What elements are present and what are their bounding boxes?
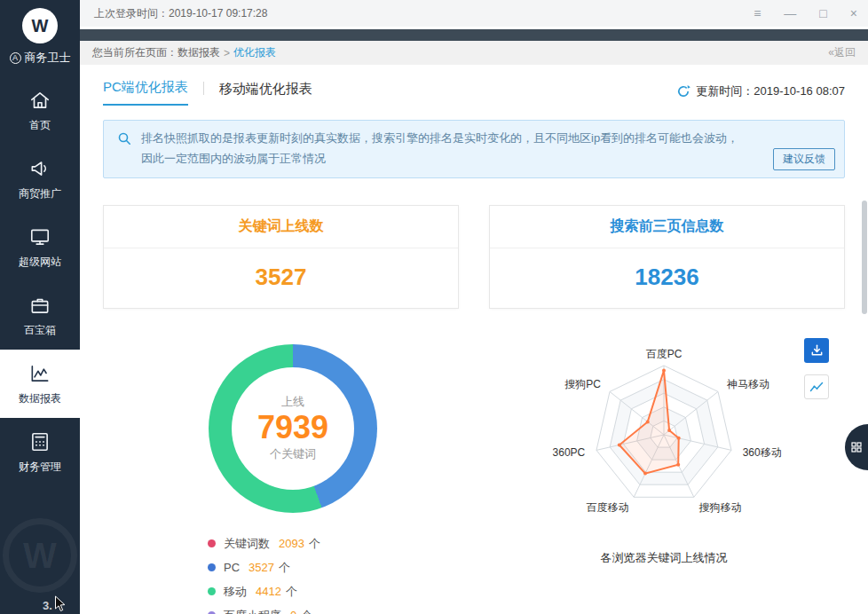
website-icon xyxy=(28,225,51,248)
window-controls: ≡ — □ × xyxy=(754,6,857,20)
stat-card-value: 18236 xyxy=(490,248,844,308)
maximize-icon[interactable]: □ xyxy=(819,6,826,20)
legend-dot xyxy=(208,563,216,571)
radar-chart-section: 百度PC神马移动360移动搜狗移动百度移动360PC搜狗PC 各浏览器关键词上线… xyxy=(483,344,845,614)
legend-dot xyxy=(208,587,216,595)
breadcrumb: 您当前所在页面：数据报表 > 优化报表 «返回 xyxy=(80,41,868,65)
sidebar: W A 商务卫士 首页商贸推广超级网站百宝箱数据报表财务管理 W 3. xyxy=(0,0,80,614)
sidebar-item-label: 首页 xyxy=(29,118,51,133)
donut-legend: 关键词数2093个PC3527个移动4412个百度小程序0个 xyxy=(208,536,483,614)
stat-cards: 关键词上线数3527搜索前三页信息数18236 xyxy=(103,205,845,309)
stat-card-title: 搜索前三页信息数 xyxy=(490,206,844,248)
sidebar-item-website[interactable]: 超级网站 xyxy=(0,213,80,281)
donut-chart-section: 上线 7939 个关键词 关键词数2093个PC3527个移动4412个百度小程… xyxy=(103,344,483,614)
legend-label: 关键词数 xyxy=(224,536,270,552)
svg-text:360移动: 360移动 xyxy=(743,446,782,459)
radar-chart: 百度PC神马移动360移动搜狗移动百度移动360PC搜狗PC xyxy=(483,344,845,545)
notice-text: 排名快照抓取的是报表更新时刻的真实数据，搜索引擎的排名是实时变化的，且不同地区i… xyxy=(141,131,738,165)
watermark-logo: W xyxy=(3,518,77,593)
finance-icon xyxy=(28,430,51,453)
sidebar-item-toolbox[interactable]: 百宝箱 xyxy=(0,281,80,350)
mouse-cursor xyxy=(54,595,66,612)
minimize-icon[interactable]: — xyxy=(784,6,796,20)
sidebar-nav: 首页商贸推广超级网站百宝箱数据报表财务管理 xyxy=(0,76,80,486)
notice-banner: 排名快照抓取的是报表更新时刻的真实数据，搜索引擎的排名是实时变化的，且不同地区i… xyxy=(103,120,845,178)
report-icon xyxy=(28,362,51,385)
search-icon xyxy=(117,131,131,146)
update-time: 更新时间：2019-10-16 08:07 xyxy=(676,83,845,106)
legend-item-1: 关键词数2093个 xyxy=(208,536,483,552)
svg-text:神马移动: 神马移动 xyxy=(726,378,769,390)
tab-mobile-report[interactable]: 移动端优化报表 xyxy=(219,81,312,106)
home-icon xyxy=(28,89,51,112)
donut-chart: 上线 7939 个关键词 xyxy=(209,344,377,513)
svg-text:百度移动: 百度移动 xyxy=(587,501,629,514)
svg-text:360PC: 360PC xyxy=(553,446,586,459)
chart-toolbox xyxy=(804,338,829,399)
breadcrumb-separator: > xyxy=(224,47,230,59)
report-tabs: PC端优化报表移动端优化报表 xyxy=(103,79,312,106)
sidebar-item-report[interactable]: 数据报表 xyxy=(0,350,80,418)
app-logo: W xyxy=(22,8,58,43)
legend-value: 0 xyxy=(290,609,296,614)
back-link[interactable]: «返回 xyxy=(828,45,856,60)
toolbox-icon xyxy=(28,294,51,317)
refresh-icon[interactable] xyxy=(676,84,690,98)
line-chart-icon xyxy=(809,380,824,394)
legend-label: 移动 xyxy=(224,584,247,600)
donut-center-label-bottom: 个关键词 xyxy=(270,446,316,462)
donut-center-value: 7939 xyxy=(257,410,328,445)
sidebar-item-label: 商贸推广 xyxy=(19,186,61,201)
save-image-button[interactable] xyxy=(804,338,829,363)
legend-unit: 个 xyxy=(301,608,312,614)
menu-icon[interactable]: ≡ xyxy=(754,6,761,20)
update-time-text: 更新时间：2019-10-16 08:07 xyxy=(696,83,845,99)
promotion-icon xyxy=(28,157,51,180)
legend-unit: 个 xyxy=(279,560,290,576)
brand-name: 商务卫士 xyxy=(25,50,71,66)
charts-row: 上线 7939 个关键词 关键词数2093个PC3527个移动4412个百度小程… xyxy=(103,344,845,614)
save-image-icon xyxy=(810,343,824,357)
tabs-row: PC端优化报表移动端优化报表 更新时间：2019-10-16 08:07 xyxy=(103,75,845,106)
legend-dot xyxy=(208,539,216,547)
last-login-text: 上次登录时间：2019-10-17 09:17:28 xyxy=(94,6,267,21)
sidebar-item-label: 财务管理 xyxy=(19,460,61,475)
tab-divider xyxy=(203,82,204,95)
content: PC端优化报表移动端优化报表 更新时间：2019-10-16 08:07 排名快… xyxy=(80,65,868,614)
stat-card-title: 关键词上线数 xyxy=(104,206,458,248)
legend-value: 2093 xyxy=(279,537,304,550)
sidebar-item-promotion[interactable]: 商贸推广 xyxy=(0,145,80,213)
legend-item-2: PC3527个 xyxy=(208,560,483,576)
stat-card-2: 搜索前三页信息数18236 xyxy=(489,205,845,309)
legend-value: 4412 xyxy=(256,585,281,598)
grid-icon xyxy=(851,442,862,453)
header-strip xyxy=(80,29,868,41)
topbar: 上次登录时间：2019-10-17 09:17:28 ≡ — □ × xyxy=(80,0,868,27)
main-area: 上次登录时间：2019-10-17 09:17:28 ≡ — □ × 您当前所在… xyxy=(80,0,868,614)
legend-label: PC xyxy=(224,561,240,574)
legend-value: 3527 xyxy=(249,561,274,574)
legend-unit: 个 xyxy=(286,584,297,600)
svg-text:搜狗移动: 搜狗移动 xyxy=(699,501,742,514)
stat-card-value: 3527 xyxy=(104,248,458,308)
legend-item-4: 百度小程序0个 xyxy=(208,608,483,614)
legend-unit: 个 xyxy=(309,536,320,552)
sidebar-item-home[interactable]: 首页 xyxy=(0,76,80,145)
scrollbar-thumb[interactable] xyxy=(862,201,867,314)
footer-text: 3. xyxy=(43,599,52,612)
sidebar-item-finance[interactable]: 财务管理 xyxy=(0,418,80,486)
breadcrumb-current: 优化报表 xyxy=(233,45,276,60)
feedback-button[interactable]: 建议反馈 xyxy=(773,148,835,170)
radar-caption: 各浏览器关键词上线情况 xyxy=(483,550,845,566)
tab-pc-report[interactable]: PC端优化报表 xyxy=(103,79,188,106)
svg-text:搜狗PC: 搜狗PC xyxy=(564,378,601,390)
sidebar-item-label: 数据报表 xyxy=(19,391,61,406)
scrollbar[interactable] xyxy=(861,27,868,614)
donut-center: 上线 7939 个关键词 xyxy=(232,367,354,490)
stat-card-1: 关键词上线数3527 xyxy=(103,205,459,309)
donut-center-label-top: 上线 xyxy=(281,394,304,410)
close-icon[interactable]: × xyxy=(850,6,857,20)
sidebar-footer: 3. xyxy=(43,595,66,612)
line-chart-button[interactable] xyxy=(804,374,829,399)
brand-icon: A xyxy=(10,52,21,64)
